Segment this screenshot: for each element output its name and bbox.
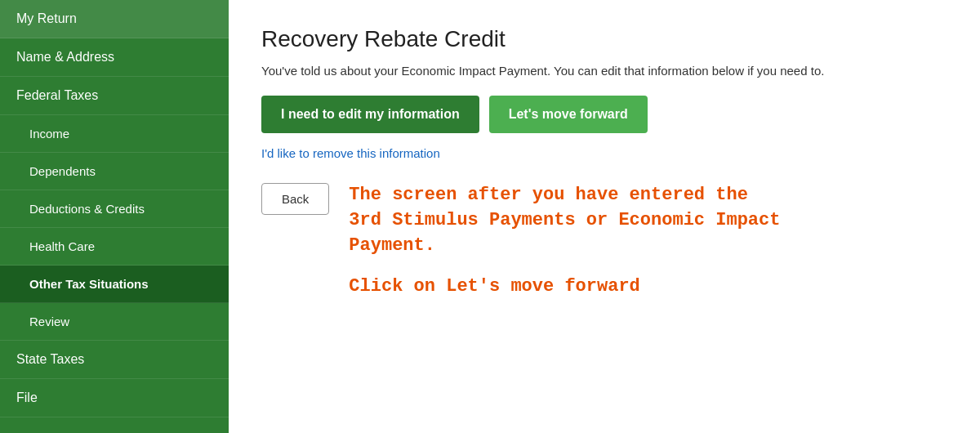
sidebar-item-state-taxes[interactable]: State Taxes (0, 341, 229, 379)
sidebar-item-my-return[interactable]: My Return (0, 0, 229, 38)
subtitle-text: You've told us about your Economic Impac… (261, 64, 947, 78)
sidebar-item-deductions-credits[interactable]: Deductions & Credits (0, 190, 229, 228)
sidebar: My ReturnName & AddressFederal TaxesInco… (0, 0, 229, 433)
edit-information-button[interactable]: I need to edit my information (261, 96, 479, 133)
move-forward-button[interactable]: Let's move forward (489, 96, 648, 133)
annotation-block: The screen after you have entered the 3r… (349, 183, 780, 300)
page-title: Recovery Rebate Credit (261, 26, 947, 52)
sidebar-item-income[interactable]: Income (0, 115, 229, 153)
sidebar-item-health-care[interactable]: Health Care (0, 228, 229, 266)
sidebar-item-name-address[interactable]: Name & Address (0, 38, 229, 77)
annotation-text-1: The screen after you have entered the 3r… (349, 183, 780, 258)
action-buttons: I need to edit my information Let's move… (261, 96, 947, 133)
back-button[interactable]: Back (261, 183, 329, 215)
sidebar-item-file[interactable]: File (0, 379, 229, 417)
sidebar-item-other-tax-situations[interactable]: Other Tax Situations (0, 266, 229, 303)
sidebar-item-federal-taxes[interactable]: Federal Taxes (0, 77, 229, 115)
annotation-cta: Click on Let's move forward (349, 275, 780, 300)
sidebar-item-review[interactable]: Review (0, 303, 229, 341)
main-content: Recovery Rebate Credit You've told us ab… (229, 0, 980, 433)
back-section: Back The screen after you have entered t… (261, 183, 947, 300)
sidebar-item-dependents[interactable]: Dependents (0, 153, 229, 190)
remove-information-link[interactable]: I'd like to remove this information (261, 146, 947, 160)
